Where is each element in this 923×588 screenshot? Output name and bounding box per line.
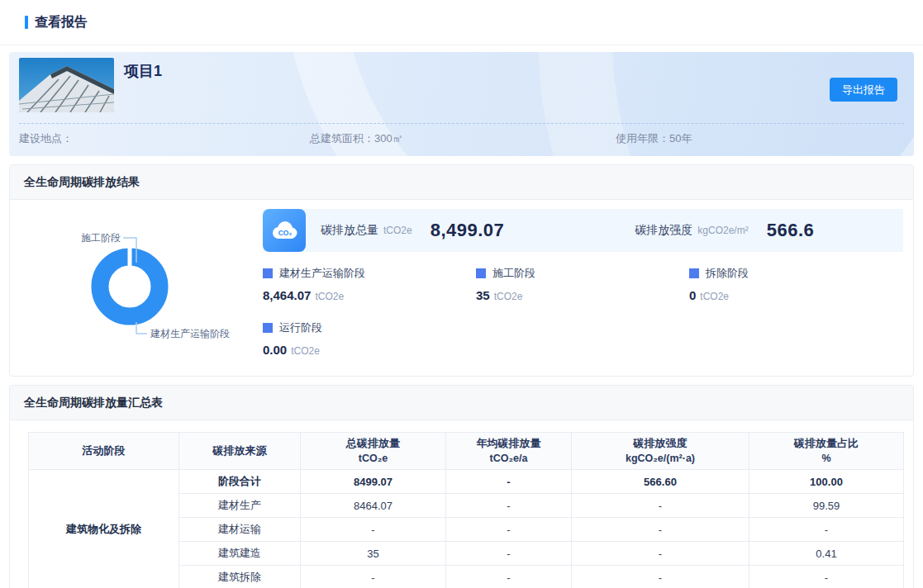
summary-card-title: 全生命周期碳排放量汇总表	[24, 396, 163, 410]
page-title: 查看报告	[35, 14, 88, 31]
cell-annual: -	[446, 566, 572, 588]
cell-source: 阶段合计	[179, 470, 301, 494]
info-floor-area-value: 300㎡	[374, 132, 403, 145]
emission-intensity-label: 碳排放强度	[635, 223, 692, 238]
legend-value: 8,464.07	[263, 288, 311, 302]
cell-intensity: -	[572, 518, 749, 542]
cell-intensity: -	[572, 542, 749, 566]
result-card: 全生命周期碳排放结果 施工阶段 建材生产运输阶段 CO₂	[9, 164, 914, 377]
cell-ratio: 99.59	[749, 494, 904, 518]
legend-label: 拆除阶段	[706, 266, 749, 281]
legend-label: 施工阶段	[492, 266, 535, 281]
legend-unit: tCO2e	[315, 291, 344, 302]
cell-source: 建材运输	[179, 518, 301, 542]
legend-item-operation: 运行阶段 0.00tCO2e	[263, 317, 476, 372]
totals-bar: CO₂ 碳排放总量 tCO2e 8,499.07 碳排放强度 kgCO2e/m²…	[263, 209, 903, 252]
legend-label: 建材生产运输阶段	[279, 266, 365, 281]
cell-intensity: -	[572, 494, 749, 518]
col-annual-emission: 年均碳排放量tCO₂e/a	[446, 433, 572, 470]
legend-square-icon	[263, 323, 273, 333]
legend-square-icon	[476, 268, 486, 278]
co2-cloud-icon: CO₂	[263, 209, 306, 252]
legend-value: 0	[689, 288, 696, 302]
banner-divider	[19, 123, 904, 124]
legend-value: 0.00	[263, 343, 287, 357]
cell-annual: -	[446, 518, 572, 542]
col-total-emission: 总碳排放量tCO₂e	[301, 433, 446, 470]
legend-unit: tCO2e	[494, 291, 523, 302]
result-card-header: 全生命周期碳排放结果	[10, 165, 913, 200]
result-card-title: 全生命周期碳排放结果	[24, 175, 140, 190]
info-service-life-label: 使用年限：	[616, 132, 669, 145]
legend-square-icon	[263, 268, 273, 278]
cell-ratio: 100.00	[749, 470, 904, 494]
building-image	[19, 58, 114, 112]
page-header: 查看报告	[0, 0, 923, 45]
cell-intensity: -	[572, 566, 749, 588]
cell-total: -	[301, 518, 446, 542]
col-activity-stage: 活动阶段	[29, 433, 179, 470]
total-emission-value: 8,499.07	[431, 220, 505, 241]
project-banner: 项目1 导出报告 建设地点： 总建筑面积：300㎡ 使用年限：50年	[9, 52, 914, 156]
cell-annual: -	[446, 470, 572, 494]
legend-square-icon	[689, 268, 699, 278]
donut-gap	[128, 246, 132, 266]
legend-label: 运行阶段	[279, 320, 322, 335]
total-emission: 碳排放总量 tCO2e 8,499.07	[321, 220, 504, 241]
cell-total: 8499.07	[301, 470, 446, 494]
cell-ratio: -	[749, 566, 904, 588]
total-emission-unit: tCO2e	[383, 225, 412, 236]
group-cell-embodied: 建筑物化及拆除	[29, 470, 179, 588]
result-card-body: 施工阶段 建材生产运输阶段 CO₂ 碳排放总量 tCO2e 8,499.07	[10, 200, 913, 376]
col-emission-intensity: 碳排放强度kgCO₂e/(m²·a)	[572, 433, 749, 470]
total-emission-label: 碳排放总量	[321, 223, 378, 238]
project-photo	[19, 58, 114, 112]
cell-source: 建筑拆除	[179, 566, 301, 588]
col-emission-source: 碳排放来源	[179, 433, 301, 470]
summary-table: 活动阶段 碳排放来源 总碳排放量tCO₂e 年均碳排放量tCO₂e/a 碳排放强…	[28, 432, 904, 588]
cell-total: 8464.07	[301, 494, 446, 518]
legend-item-materials: 建材生产运输阶段 8,464.07tCO2e	[263, 263, 476, 317]
summary-card: 全生命周期碳排放量汇总表 活动阶段 碳排放来源 总碳排放量tCO₂e 年均碳排放…	[9, 385, 914, 588]
info-location-label: 建设地点：	[19, 132, 73, 145]
title-accent-bar	[25, 16, 28, 29]
export-report-button[interactable]: 导出报告	[830, 78, 897, 102]
emission-intensity: 碳排放强度 kgCO2e/m² 566.6	[635, 220, 814, 241]
info-service-life-value: 50年	[669, 132, 692, 145]
donut-chart: 施工阶段 建材生产运输阶段	[10, 200, 266, 376]
col-emission-ratio: 碳排放量占比%	[749, 433, 904, 470]
cell-source: 建筑建造	[179, 542, 301, 566]
legend-unit: tCO2e	[291, 345, 320, 357]
info-floor-area: 总建筑面积：300㎡	[310, 131, 403, 146]
cell-annual: -	[446, 494, 572, 518]
donut-label-construction: 施工阶段	[81, 232, 121, 244]
info-location: 建设地点：	[19, 131, 73, 146]
summary-card-body: 活动阶段 碳排放来源 总碳排放量tCO₂e 年均碳排放量tCO₂e/a 碳排放强…	[10, 420, 913, 588]
info-floor-area-label: 总建筑面积：	[310, 132, 374, 145]
cell-source: 建材生产	[179, 494, 301, 518]
legend-value: 35	[476, 288, 490, 302]
info-service-life: 使用年限：50年	[616, 131, 692, 146]
co2-icon-text: CO₂	[278, 229, 293, 237]
stage-legend: 建材生产运输阶段 8,464.07tCO2e 施工阶段 35tCO2e 拆除阶段…	[263, 263, 903, 372]
table-row: 建筑物化及拆除 阶段合计 8499.07 - 566.60 100.00	[29, 470, 904, 494]
cell-annual: -	[446, 542, 572, 566]
legend-unit: tCO2e	[700, 291, 729, 302]
legend-item-construction: 施工阶段 35tCO2e	[476, 263, 689, 317]
cell-ratio: -	[749, 518, 904, 542]
cell-ratio: 0.41	[749, 542, 904, 566]
donut-label-materials: 建材生产运输阶段	[150, 328, 230, 339]
emission-intensity-unit: kgCO2e/m²	[697, 225, 748, 236]
cell-intensity: 566.60	[572, 470, 749, 494]
project-name: 项目1	[124, 61, 162, 81]
emission-intensity-value: 566.6	[767, 220, 815, 241]
table-header-row: 活动阶段 碳排放来源 总碳排放量tCO₂e 年均碳排放量tCO₂e/a 碳排放强…	[29, 433, 904, 470]
cell-total: 35	[301, 542, 446, 566]
legend-item-demolition: 拆除阶段 0tCO2e	[689, 263, 903, 317]
summary-card-header: 全生命周期碳排放量汇总表	[10, 386, 913, 420]
cell-total: -	[301, 566, 446, 588]
